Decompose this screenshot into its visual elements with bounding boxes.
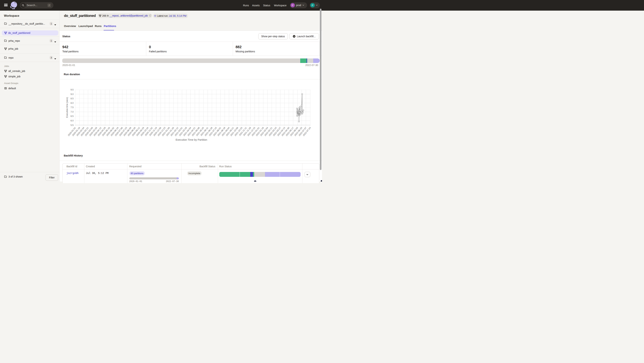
svg-text:5.5: 5.5 xyxy=(70,124,74,126)
svg-text:6.0: 6.0 xyxy=(70,120,74,122)
svg-text:8.5: 8.5 xyxy=(70,97,74,100)
svg-text:6.5: 6.5 xyxy=(70,115,74,118)
svg-text:9.0: 9.0 xyxy=(70,93,74,96)
svg-text:Execution time (secs): Execution time (secs) xyxy=(66,97,68,118)
svg-text:9.5: 9.5 xyxy=(70,88,74,91)
svg-text:7.0: 7.0 xyxy=(70,111,74,113)
svg-text:7.5: 7.5 xyxy=(70,106,74,109)
svg-text:8.0: 8.0 xyxy=(70,102,74,104)
svg-text:Execution Time by Partition: Execution Time by Partition xyxy=(176,138,207,141)
